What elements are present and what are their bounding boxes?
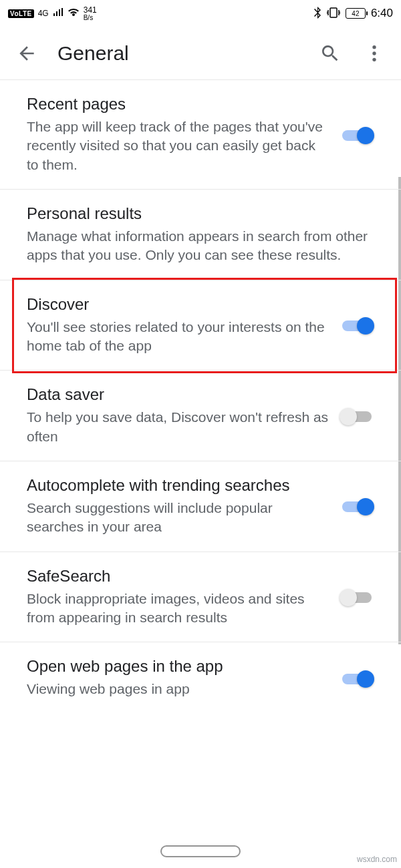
clock: 6:40: [371, 7, 393, 20]
status-left: VoLTE 4G 341 B/s: [8, 5, 97, 21]
page-title: General: [57, 42, 299, 65]
setting-desc: The app will keep track of the pages tha…: [27, 118, 329, 174]
svg-point-1: [372, 45, 376, 49]
setting-desc: You'll see stories related to your inter…: [27, 318, 329, 356]
setting-title: Open web pages in the app: [27, 657, 329, 676]
setting-text: Recent pagesThe app will keep track of t…: [27, 95, 329, 174]
setting-desc: Viewing web pages in app: [27, 680, 329, 698]
setting-row-recent-pages[interactable]: Recent pagesThe app will keep track of t…: [0, 80, 401, 190]
setting-desc: Block inappropriate images, videos and s…: [27, 590, 329, 628]
signal-icon: [53, 8, 63, 19]
svg-point-3: [372, 57, 376, 61]
setting-title: SafeSearch: [27, 567, 329, 586]
setting-text: DiscoverYou'll see stories related to yo…: [27, 295, 329, 356]
search-icon: [319, 43, 341, 64]
toggle-switch[interactable]: [340, 407, 374, 425]
setting-text: Data saverTo help you save data, Discove…: [27, 385, 329, 446]
more-vert-icon: [364, 43, 385, 64]
vibrate-icon: [327, 7, 340, 20]
setting-title: Autocomplete with trending searches: [27, 476, 329, 495]
status-right: 42 6:40: [313, 7, 393, 21]
setting-row-open-web-pages-in-the-app[interactable]: Open web pages in the appViewing web pag…: [0, 642, 401, 713]
toggle-thumb: [357, 670, 374, 688]
setting-title: Discover: [27, 295, 329, 314]
volte-badge: VoLTE: [8, 9, 34, 18]
app-bar: General: [0, 27, 401, 80]
watermark: wsxdn.com: [357, 855, 397, 864]
setting-desc: Manage what information appears in searc…: [27, 227, 374, 265]
setting-title: Recent pages: [27, 95, 329, 114]
setting-row-discover[interactable]: DiscoverYou'll see stories related to yo…: [0, 280, 401, 371]
bluetooth-icon: [313, 7, 321, 21]
battery-icon: 42: [346, 8, 366, 19]
back-button[interactable]: [13, 40, 40, 67]
setting-row-data-saver[interactable]: Data saverTo help you save data, Discove…: [0, 371, 401, 461]
toggle-switch[interactable]: [340, 316, 374, 335]
search-button[interactable]: [317, 40, 344, 67]
toggle-thumb: [357, 127, 374, 144]
setting-text: Open web pages in the appViewing web pag…: [27, 657, 329, 698]
gesture-navbar: [0, 835, 401, 868]
home-gesture-pill[interactable]: [160, 845, 241, 857]
toggle-thumb: [357, 498, 374, 515]
overflow-menu-button[interactable]: [361, 40, 388, 67]
setting-row-autocomplete-with-trending-searches[interactable]: Autocomplete with trending searchesSearc…: [0, 461, 401, 552]
svg-point-2: [372, 51, 376, 55]
setting-row-personal-results[interactable]: Personal resultsManage what information …: [0, 190, 401, 280]
network-type: 4G: [38, 9, 49, 18]
toggle-switch[interactable]: [340, 126, 374, 144]
setting-desc: Search suggestions will include popular …: [27, 499, 329, 537]
setting-text: Personal resultsManage what information …: [27, 204, 374, 265]
setting-text: Autocomplete with trending searchesSearc…: [27, 476, 329, 537]
toggle-thumb: [340, 589, 357, 606]
toggle-switch[interactable]: [340, 497, 374, 515]
status-bar: VoLTE 4G 341 B/s 42 6:40: [0, 0, 401, 27]
wifi-icon: [68, 8, 80, 19]
settings-list: Recent pagesThe app will keep track of t…: [0, 80, 401, 714]
setting-text: SafeSearchBlock inappropriate images, vi…: [27, 567, 329, 628]
setting-desc: To help you save data, Discover won't re…: [27, 408, 329, 446]
arrow-back-icon: [16, 43, 37, 64]
toggle-thumb: [357, 317, 374, 335]
setting-title: Personal results: [27, 204, 374, 223]
toggle-switch[interactable]: [340, 588, 374, 606]
setting-row-safesearch[interactable]: SafeSearchBlock inappropriate images, vi…: [0, 552, 401, 643]
svg-rect-0: [330, 8, 337, 17]
toggle-switch[interactable]: [340, 669, 374, 688]
setting-title: Data saver: [27, 385, 329, 404]
toggle-thumb: [340, 408, 357, 425]
data-rate: 341 B/s: [84, 5, 97, 21]
